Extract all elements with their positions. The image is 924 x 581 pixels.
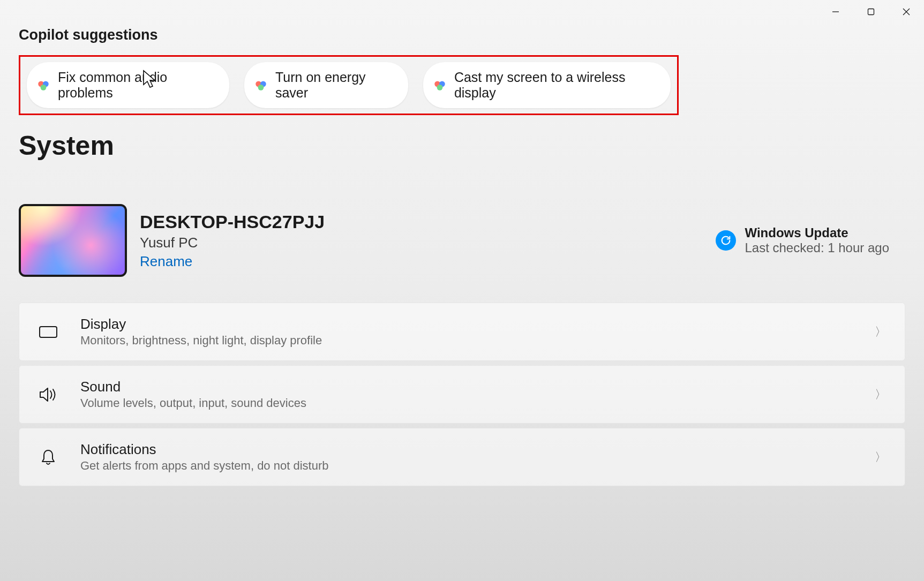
copilot-pill-label: Turn on energy saver	[275, 70, 392, 101]
chevron-right-icon: 〉	[875, 387, 887, 403]
device-name: DESKTOP-HSC27PJJ	[140, 212, 703, 232]
settings-item-sub: Get alerts from apps and system, do not …	[80, 459, 853, 473]
settings-list: Display Monitors, brightness, night ligh…	[19, 303, 905, 486]
svg-marker-14	[40, 388, 48, 401]
display-icon	[37, 325, 59, 339]
settings-item-notifications[interactable]: Notifications Get alerts from apps and s…	[19, 428, 905, 486]
svg-point-12	[437, 85, 442, 90]
window-controls	[818, 0, 924, 24]
svg-rect-13	[40, 327, 57, 337]
windows-update-block[interactable]: Windows Update Last checked: 1 hour ago	[716, 225, 889, 255]
copilot-suggestions-highlight: Fix common audio problems Turn on energy…	[19, 55, 679, 115]
svg-point-9	[258, 85, 264, 90]
svg-point-6	[41, 85, 47, 90]
bell-icon	[37, 449, 59, 466]
update-subtitle: Last checked: 1 hour ago	[745, 240, 889, 255]
copilot-pill-audio[interactable]: Fix common audio problems	[27, 62, 229, 108]
copilot-icon	[433, 78, 447, 92]
update-icon	[716, 230, 736, 251]
page-title: System	[19, 130, 905, 161]
settings-item-title: Sound	[80, 379, 853, 395]
device-info: DESKTOP-HSC27PJJ Yusuf PC Rename	[140, 212, 703, 270]
close-button[interactable]	[889, 0, 924, 24]
copilot-pill-cast[interactable]: Cast my screen to a wireless display	[423, 62, 671, 108]
rename-link[interactable]: Rename	[140, 253, 192, 270]
chevron-right-icon: 〉	[875, 449, 887, 465]
device-subtitle: Yusuf PC	[140, 235, 703, 251]
copilot-pill-label: Fix common audio problems	[58, 70, 213, 101]
device-row: DESKTOP-HSC27PJJ Yusuf PC Rename Windows…	[19, 204, 905, 277]
copilot-icon	[254, 78, 268, 92]
svg-rect-1	[868, 9, 874, 15]
settings-item-title: Notifications	[80, 441, 853, 458]
update-title: Windows Update	[745, 225, 889, 240]
settings-item-display[interactable]: Display Monitors, brightness, night ligh…	[19, 303, 905, 361]
copilot-pill-label: Cast my screen to a wireless display	[454, 70, 655, 101]
settings-item-sub: Monitors, brightness, night light, displ…	[80, 334, 853, 348]
maximize-button[interactable]	[853, 0, 889, 24]
copilot-pill-energy[interactable]: Turn on energy saver	[244, 62, 408, 108]
wallpaper-thumbnail[interactable]	[19, 204, 127, 277]
copilot-suggestions-header: Copilot suggestions	[19, 27, 905, 43]
settings-item-sub: Volume levels, output, input, sound devi…	[80, 396, 853, 410]
settings-item-sound[interactable]: Sound Volume levels, output, input, soun…	[19, 365, 905, 424]
settings-item-title: Display	[80, 316, 853, 333]
copilot-icon	[36, 78, 50, 92]
sound-icon	[37, 387, 59, 403]
chevron-right-icon: 〉	[875, 324, 887, 340]
minimize-button[interactable]	[818, 0, 853, 24]
